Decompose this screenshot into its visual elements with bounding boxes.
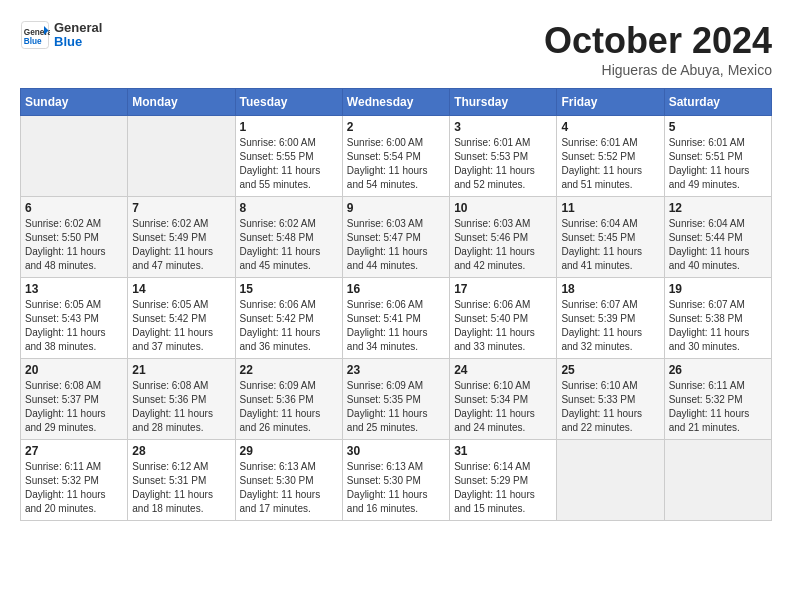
month-title: October 2024: [544, 20, 772, 62]
day-number: 22: [240, 363, 338, 377]
day-info: Sunrise: 6:10 AM Sunset: 5:33 PM Dayligh…: [561, 379, 659, 435]
calendar-cell: 10Sunrise: 6:03 AM Sunset: 5:46 PM Dayli…: [450, 197, 557, 278]
calendar-table: SundayMondayTuesdayWednesdayThursdayFrid…: [20, 88, 772, 521]
day-info: Sunrise: 6:11 AM Sunset: 5:32 PM Dayligh…: [25, 460, 123, 516]
day-info: Sunrise: 6:13 AM Sunset: 5:30 PM Dayligh…: [240, 460, 338, 516]
day-number: 23: [347, 363, 445, 377]
day-number: 15: [240, 282, 338, 296]
calendar-cell: 18Sunrise: 6:07 AM Sunset: 5:39 PM Dayli…: [557, 278, 664, 359]
calendar-cell: 22Sunrise: 6:09 AM Sunset: 5:36 PM Dayli…: [235, 359, 342, 440]
day-info: Sunrise: 6:01 AM Sunset: 5:53 PM Dayligh…: [454, 136, 552, 192]
calendar-cell: 15Sunrise: 6:06 AM Sunset: 5:42 PM Dayli…: [235, 278, 342, 359]
calendar-cell: 21Sunrise: 6:08 AM Sunset: 5:36 PM Dayli…: [128, 359, 235, 440]
calendar-cell: 8Sunrise: 6:02 AM Sunset: 5:48 PM Daylig…: [235, 197, 342, 278]
calendar-cell: 9Sunrise: 6:03 AM Sunset: 5:47 PM Daylig…: [342, 197, 449, 278]
day-number: 17: [454, 282, 552, 296]
weekday-header: Wednesday: [342, 89, 449, 116]
day-number: 31: [454, 444, 552, 458]
day-number: 12: [669, 201, 767, 215]
day-info: Sunrise: 6:01 AM Sunset: 5:51 PM Dayligh…: [669, 136, 767, 192]
day-info: Sunrise: 6:11 AM Sunset: 5:32 PM Dayligh…: [669, 379, 767, 435]
calendar-cell: 25Sunrise: 6:10 AM Sunset: 5:33 PM Dayli…: [557, 359, 664, 440]
calendar-cell: [664, 440, 771, 521]
day-info: Sunrise: 6:02 AM Sunset: 5:49 PM Dayligh…: [132, 217, 230, 273]
calendar-cell: 13Sunrise: 6:05 AM Sunset: 5:43 PM Dayli…: [21, 278, 128, 359]
day-info: Sunrise: 6:00 AM Sunset: 5:54 PM Dayligh…: [347, 136, 445, 192]
day-number: 19: [669, 282, 767, 296]
day-info: Sunrise: 6:03 AM Sunset: 5:47 PM Dayligh…: [347, 217, 445, 273]
calendar-cell: [128, 116, 235, 197]
day-number: 4: [561, 120, 659, 134]
day-info: Sunrise: 6:07 AM Sunset: 5:39 PM Dayligh…: [561, 298, 659, 354]
day-number: 24: [454, 363, 552, 377]
day-number: 25: [561, 363, 659, 377]
day-info: Sunrise: 6:08 AM Sunset: 5:36 PM Dayligh…: [132, 379, 230, 435]
day-number: 16: [347, 282, 445, 296]
day-number: 18: [561, 282, 659, 296]
day-number: 7: [132, 201, 230, 215]
calendar-cell: 31Sunrise: 6:14 AM Sunset: 5:29 PM Dayli…: [450, 440, 557, 521]
logo-general: General: [54, 21, 102, 35]
logo-icon: General Blue: [20, 20, 50, 50]
day-number: 9: [347, 201, 445, 215]
day-number: 30: [347, 444, 445, 458]
title-block: October 2024 Higueras de Abuya, Mexico: [544, 20, 772, 78]
location: Higueras de Abuya, Mexico: [544, 62, 772, 78]
day-info: Sunrise: 6:02 AM Sunset: 5:50 PM Dayligh…: [25, 217, 123, 273]
calendar-cell: 5Sunrise: 6:01 AM Sunset: 5:51 PM Daylig…: [664, 116, 771, 197]
day-info: Sunrise: 6:06 AM Sunset: 5:42 PM Dayligh…: [240, 298, 338, 354]
calendar-cell: [557, 440, 664, 521]
day-info: Sunrise: 6:00 AM Sunset: 5:55 PM Dayligh…: [240, 136, 338, 192]
weekday-header: Sunday: [21, 89, 128, 116]
day-number: 20: [25, 363, 123, 377]
calendar-cell: 23Sunrise: 6:09 AM Sunset: 5:35 PM Dayli…: [342, 359, 449, 440]
svg-text:Blue: Blue: [24, 37, 42, 46]
weekday-header: Saturday: [664, 89, 771, 116]
weekday-header: Friday: [557, 89, 664, 116]
day-number: 10: [454, 201, 552, 215]
calendar-cell: 28Sunrise: 6:12 AM Sunset: 5:31 PM Dayli…: [128, 440, 235, 521]
calendar-cell: [21, 116, 128, 197]
logo: General Blue General Blue: [20, 20, 102, 50]
day-number: 6: [25, 201, 123, 215]
day-info: Sunrise: 6:06 AM Sunset: 5:40 PM Dayligh…: [454, 298, 552, 354]
calendar-cell: 11Sunrise: 6:04 AM Sunset: 5:45 PM Dayli…: [557, 197, 664, 278]
day-info: Sunrise: 6:12 AM Sunset: 5:31 PM Dayligh…: [132, 460, 230, 516]
calendar-cell: 14Sunrise: 6:05 AM Sunset: 5:42 PM Dayli…: [128, 278, 235, 359]
calendar-cell: 4Sunrise: 6:01 AM Sunset: 5:52 PM Daylig…: [557, 116, 664, 197]
calendar-header: SundayMondayTuesdayWednesdayThursdayFrid…: [21, 89, 772, 116]
day-info: Sunrise: 6:05 AM Sunset: 5:42 PM Dayligh…: [132, 298, 230, 354]
calendar-cell: 2Sunrise: 6:00 AM Sunset: 5:54 PM Daylig…: [342, 116, 449, 197]
day-number: 29: [240, 444, 338, 458]
day-info: Sunrise: 6:03 AM Sunset: 5:46 PM Dayligh…: [454, 217, 552, 273]
calendar-cell: 30Sunrise: 6:13 AM Sunset: 5:30 PM Dayli…: [342, 440, 449, 521]
day-number: 26: [669, 363, 767, 377]
day-info: Sunrise: 6:08 AM Sunset: 5:37 PM Dayligh…: [25, 379, 123, 435]
day-info: Sunrise: 6:09 AM Sunset: 5:35 PM Dayligh…: [347, 379, 445, 435]
day-info: Sunrise: 6:07 AM Sunset: 5:38 PM Dayligh…: [669, 298, 767, 354]
day-number: 2: [347, 120, 445, 134]
calendar-cell: 6Sunrise: 6:02 AM Sunset: 5:50 PM Daylig…: [21, 197, 128, 278]
calendar-cell: 27Sunrise: 6:11 AM Sunset: 5:32 PM Dayli…: [21, 440, 128, 521]
day-info: Sunrise: 6:02 AM Sunset: 5:48 PM Dayligh…: [240, 217, 338, 273]
day-info: Sunrise: 6:01 AM Sunset: 5:52 PM Dayligh…: [561, 136, 659, 192]
day-info: Sunrise: 6:04 AM Sunset: 5:44 PM Dayligh…: [669, 217, 767, 273]
day-number: 13: [25, 282, 123, 296]
day-number: 28: [132, 444, 230, 458]
day-info: Sunrise: 6:09 AM Sunset: 5:36 PM Dayligh…: [240, 379, 338, 435]
day-info: Sunrise: 6:04 AM Sunset: 5:45 PM Dayligh…: [561, 217, 659, 273]
weekday-header: Thursday: [450, 89, 557, 116]
day-number: 11: [561, 201, 659, 215]
day-info: Sunrise: 6:10 AM Sunset: 5:34 PM Dayligh…: [454, 379, 552, 435]
weekday-header: Monday: [128, 89, 235, 116]
day-info: Sunrise: 6:14 AM Sunset: 5:29 PM Dayligh…: [454, 460, 552, 516]
calendar-cell: 7Sunrise: 6:02 AM Sunset: 5:49 PM Daylig…: [128, 197, 235, 278]
weekday-header: Tuesday: [235, 89, 342, 116]
day-info: Sunrise: 6:13 AM Sunset: 5:30 PM Dayligh…: [347, 460, 445, 516]
day-info: Sunrise: 6:05 AM Sunset: 5:43 PM Dayligh…: [25, 298, 123, 354]
calendar-cell: 29Sunrise: 6:13 AM Sunset: 5:30 PM Dayli…: [235, 440, 342, 521]
day-number: 5: [669, 120, 767, 134]
calendar-cell: 17Sunrise: 6:06 AM Sunset: 5:40 PM Dayli…: [450, 278, 557, 359]
day-number: 3: [454, 120, 552, 134]
day-number: 21: [132, 363, 230, 377]
